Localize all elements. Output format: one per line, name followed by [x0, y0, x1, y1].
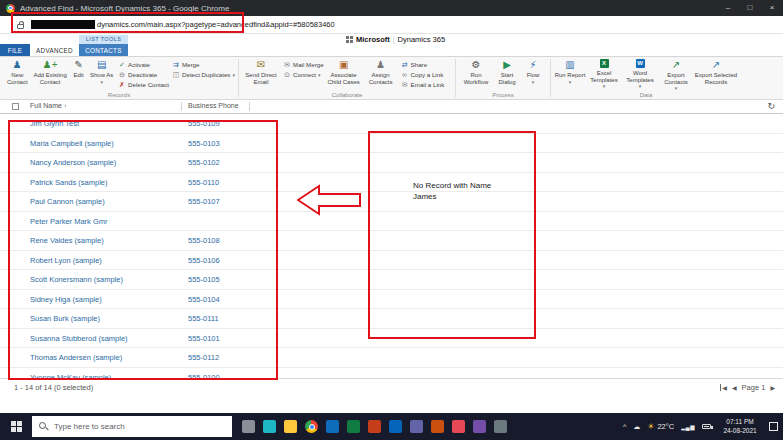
button-label: Run Report: [555, 72, 586, 79]
connect-button[interactable]: ⊙ Connect ▾: [283, 70, 324, 79]
taskbar: Type here to search ^ ☁ ☀ 22°C ▂▄▆: [0, 413, 783, 440]
taskbar-app-icon[interactable]: [431, 420, 444, 433]
export-selected-icon: ↗: [712, 59, 720, 71]
show-as-button[interactable]: ▤ Show As ▾: [88, 58, 115, 85]
url-highlight-annotation: [11, 12, 244, 33]
taskbar-app-icon[interactable]: [389, 420, 402, 433]
microsoft-label: Microsoft: [356, 35, 390, 44]
chrome-app-icon[interactable]: [305, 420, 318, 433]
delete-contact-button[interactable]: ✗ Delete Contact: [118, 80, 169, 89]
edit-button[interactable]: ✎ Edit: [69, 58, 89, 79]
windows-logo-icon: [11, 421, 22, 432]
button-label: Merge: [182, 61, 200, 68]
activate-button[interactable]: ✓ Activate: [118, 60, 169, 69]
taskbar-app-icon[interactable]: [263, 420, 276, 433]
file-explorer-icon[interactable]: [284, 420, 297, 433]
maximize-button[interactable]: □: [739, 0, 761, 16]
merge-button[interactable]: ⇉ Merge: [172, 60, 235, 69]
first-page-button[interactable]: ◀: [720, 384, 727, 391]
new-contact-button[interactable]: ♟ New Contact: [3, 58, 31, 85]
assign-contacts-button[interactable]: ♟ Assign Contacts: [364, 58, 398, 85]
taskbar-clock[interactable]: 07:11 PM 24-08-2021: [718, 418, 762, 436]
mail-merge-button[interactable]: ✉ Mail Merge: [283, 60, 324, 69]
previous-page-button[interactable]: ◀: [732, 384, 737, 391]
refresh-icon[interactable]: ↻: [767, 101, 775, 111]
network-signal-icon[interactable]: ▂▄▆: [681, 424, 695, 430]
onedrive-cloud-icon[interactable]: ☁: [633, 423, 640, 431]
weather-widget[interactable]: ☀ 22°C: [647, 422, 674, 431]
tab-file[interactable]: FILE: [0, 44, 30, 56]
records-small-buttons-1: ✓ Activate ⊖ Deactivate ✗ Delete Contact: [118, 58, 169, 89]
run-workflow-button[interactable]: ⚙ Run Workflow: [459, 58, 493, 85]
share-icon: ⇄: [401, 61, 409, 69]
button-label: Share: [411, 61, 428, 68]
chevron-down-icon: ▾: [569, 80, 572, 86]
tray-expand-icon[interactable]: ^: [623, 423, 626, 430]
chevron-down-icon: ▾: [532, 80, 535, 86]
close-button[interactable]: ×: [761, 0, 783, 16]
note-text: No Record with Name James: [413, 180, 534, 202]
button-label: Assign Contacts: [364, 72, 398, 85]
next-page-button[interactable]: ▶: [770, 384, 775, 391]
action-center-icon[interactable]: [769, 422, 778, 431]
battery-icon[interactable]: [702, 424, 711, 429]
button-label: Word Templates: [622, 70, 658, 83]
taskbar-app-icon[interactable]: [473, 420, 486, 433]
detect-duplicates-button[interactable]: ◫ Detect Duplicates ▾: [172, 70, 235, 79]
page-label: Page 1: [742, 383, 766, 392]
select-all-checkbox[interactable]: [12, 103, 19, 110]
word-templates-button[interactable]: W Word Templates ▾: [622, 58, 658, 90]
button-label: Show As: [90, 72, 113, 79]
record-count-status: 1 - 14 of 14 (0 selected): [14, 383, 93, 392]
merge-icon: ⇉: [172, 61, 180, 69]
new-contact-icon: ♟: [13, 59, 22, 71]
ribbon-group-records: ♟ New Contact ♟+ Add Existing Contact ✎ …: [0, 57, 238, 99]
tab-contacts[interactable]: CONTACTS: [79, 44, 128, 56]
run-report-button[interactable]: ▥ Run Report ▾: [554, 58, 586, 85]
chevron-down-icon: ▾: [603, 84, 606, 90]
share-button[interactable]: ⇄ Share: [401, 60, 445, 69]
taskbar-app-icon[interactable]: [494, 420, 507, 433]
window-controls: – □ ×: [717, 0, 783, 16]
search-placeholder: Type here to search: [54, 422, 125, 431]
taskbar-app-icon[interactable]: [368, 420, 381, 433]
column-header-full-name[interactable]: Full Name ↑: [30, 102, 67, 109]
button-label: Copy a Link: [411, 71, 444, 78]
group-label: Collaborate: [239, 92, 455, 98]
excel-templates-button[interactable]: X Excel Templates ▾: [586, 58, 622, 90]
minimize-button[interactable]: –: [717, 0, 739, 16]
start-button[interactable]: [0, 421, 32, 432]
start-dialog-button[interactable]: ▶ Start Dialog: [493, 58, 521, 85]
chevron-down-icon: ▾: [232, 72, 235, 78]
word-icon: W: [636, 59, 645, 68]
column-divider[interactable]: [249, 102, 250, 111]
export-contacts-button[interactable]: ↗ Export Contacts ▾: [658, 58, 694, 92]
deactivate-button[interactable]: ⊖ Deactivate: [118, 70, 169, 79]
taskbar-app-icon[interactable]: [452, 420, 465, 433]
taskbar-app-icon[interactable]: [242, 420, 255, 433]
add-existing-contact-button[interactable]: ♟+ Add Existing Contact: [31, 58, 68, 85]
send-direct-email-button[interactable]: ✉ Send Direct Email: [242, 58, 280, 85]
button-label: Edit: [73, 72, 83, 79]
email-a-link-button[interactable]: ✉ Email a Link: [401, 80, 445, 89]
column-header-business-phone[interactable]: Business Phone: [188, 102, 239, 109]
button-label: Associate Child Cases: [324, 72, 364, 85]
column-divider[interactable]: [181, 102, 182, 111]
taskbar-app-icon[interactable]: [410, 420, 423, 433]
temperature-label: 22°C: [657, 422, 674, 431]
taskbar-app-icon[interactable]: [326, 420, 339, 433]
button-label: Add Existing Contact: [31, 72, 68, 85]
taskbar-app-icon[interactable]: [347, 420, 360, 433]
associate-child-cases-button[interactable]: ▣ Associate Child Cases: [324, 58, 364, 85]
taskbar-search-box[interactable]: Type here to search: [32, 416, 232, 437]
tab-advanced-find[interactable]: ADVANCED FIND: [30, 44, 79, 56]
export-selected-records-button[interactable]: ↗ Export Selected Records: [694, 58, 738, 85]
email-icon: ✉: [257, 59, 265, 71]
email-link-icon: ✉: [401, 81, 409, 89]
flow-button[interactable]: ⚡ Flow ▾: [521, 58, 545, 85]
start-dialog-icon: ▶: [503, 59, 511, 71]
system-tray: ^ ☁ ☀ 22°C ▂▄▆ 07:11 PM 24-08-2021: [623, 418, 783, 436]
copy-a-link-button[interactable]: ∞ Copy a Link: [401, 70, 445, 79]
group-label: Data: [551, 92, 741, 98]
clock-date: 24-08-2021: [718, 427, 762, 436]
